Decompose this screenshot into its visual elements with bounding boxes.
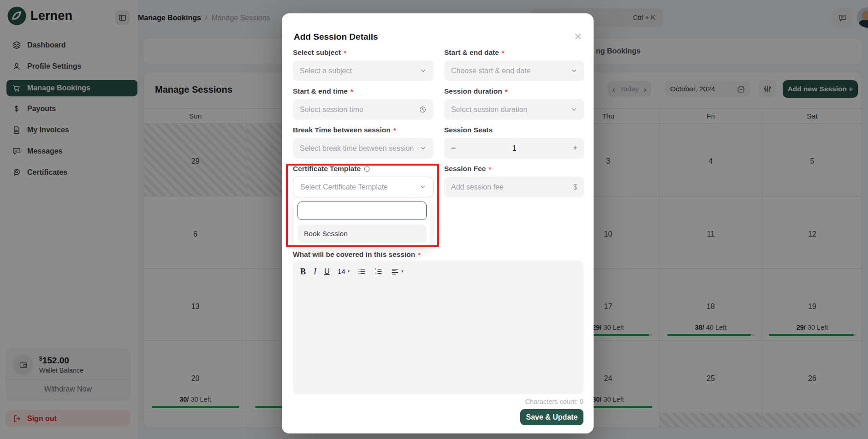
field-label: Start & end time*: [293, 87, 434, 95]
chevron-down-icon: [419, 184, 426, 190]
seats-stepper: − 1 +: [444, 138, 584, 159]
field-session-seats: Session Seats − 1 +: [444, 126, 584, 159]
field-label: Select subject*: [293, 48, 434, 57]
placeholder-text: Select session duration: [451, 106, 527, 114]
modal-title: Add Session Details: [294, 32, 378, 42]
placeholder-text: Add session fee: [451, 183, 504, 191]
numbered-list-button[interactable]: 12: [374, 267, 383, 276]
seats-decrement-button[interactable]: −: [451, 143, 456, 153]
required-asterisk: *: [393, 126, 396, 134]
field-session-fee: Session Fee* Add session fee $: [444, 165, 584, 197]
field-select-subject: Select subject* Select a subject: [293, 48, 434, 81]
modal-close-button[interactable]: [571, 30, 584, 43]
bullet-list-button[interactable]: [357, 267, 366, 276]
seats-increment-button[interactable]: +: [572, 143, 577, 153]
underline-button[interactable]: U: [324, 267, 330, 275]
required-asterisk: *: [502, 49, 505, 57]
caret-down-icon: ▾: [401, 269, 404, 273]
app-root: Lernen Dashboard Profile Settings Manage…: [0, 0, 868, 439]
chevron-down-icon: [571, 67, 577, 74]
seats-value: 1: [512, 144, 517, 153]
subject-select[interactable]: Select a subject: [293, 60, 434, 81]
bold-button[interactable]: B: [300, 267, 306, 276]
currency-suffix: $: [573, 183, 577, 191]
field-label: Certificate Template: [293, 165, 434, 173]
time-select[interactable]: Select session time: [293, 99, 434, 120]
field-label: Start & end date*: [444, 48, 584, 57]
certificate-dropdown-panel: Book Session: [294, 198, 430, 247]
break-time-select[interactable]: Select break time between session: [293, 138, 434, 159]
field-label: Session duration*: [444, 87, 584, 95]
close-icon: [573, 32, 583, 41]
date-range-select[interactable]: Choose start & end date: [444, 60, 584, 81]
align-dropdown[interactable]: ▾: [391, 267, 404, 276]
placeholder-text: Select a subject: [300, 67, 352, 75]
dropdown-option-book-session[interactable]: Book Session: [297, 225, 427, 243]
field-label: Session Seats: [444, 126, 584, 134]
add-session-modal: Add Session Details Select subject* Sele…: [282, 13, 594, 433]
field-label: Break Time between session*: [293, 126, 434, 134]
chevron-down-icon: [420, 67, 427, 74]
info-icon[interactable]: [363, 166, 370, 172]
field-session-duration: Session duration* Select session duratio…: [444, 87, 584, 120]
save-update-button[interactable]: Save & Update: [520, 409, 583, 425]
placeholder-text: Choose start & end date: [451, 67, 531, 75]
font-size-dropdown[interactable]: 14▾: [338, 268, 350, 275]
placeholder-text: Select break time between session: [300, 144, 414, 153]
certificate-search-input[interactable]: [297, 202, 427, 220]
svg-text:2: 2: [375, 272, 377, 275]
required-asterisk: *: [418, 251, 421, 259]
rich-text-editor[interactable]: B I U 14▾ 12 ▾: [293, 261, 583, 394]
clock-icon: [419, 106, 427, 113]
required-asterisk: *: [351, 88, 353, 95]
placeholder-text: Select session time: [300, 106, 363, 114]
field-certificate-template: Certificate Template Select Certificate …: [293, 165, 434, 197]
required-asterisk: *: [344, 49, 346, 57]
editor-toolbar: B I U 14▾ 12 ▾: [300, 267, 576, 276]
characters-count: Characters count: 0: [525, 398, 583, 405]
editor-content-area[interactable]: [300, 276, 576, 377]
chevron-down-icon: [420, 145, 427, 152]
required-asterisk: *: [505, 88, 508, 95]
session-fee-input[interactable]: Add session fee $: [444, 177, 584, 197]
placeholder-text: Select Certificate Template: [300, 183, 388, 191]
required-asterisk: *: [488, 165, 491, 173]
chevron-down-icon: [571, 106, 577, 113]
italic-button[interactable]: I: [314, 267, 316, 276]
field-break-time: Break Time between session* Select break…: [293, 126, 434, 159]
caret-down-icon: ▾: [348, 269, 350, 273]
field-start-end-time: Start & end time* Select session time: [293, 87, 434, 120]
field-label: What will be covered in this session*: [293, 250, 583, 259]
field-label: Session Fee*: [444, 165, 584, 173]
certificate-template-select[interactable]: Select Certificate Template: [293, 177, 434, 197]
duration-select[interactable]: Select session duration: [444, 99, 584, 120]
svg-text:1: 1: [375, 268, 377, 271]
field-start-end-date: Start & end date* Choose start & end dat…: [444, 48, 584, 81]
